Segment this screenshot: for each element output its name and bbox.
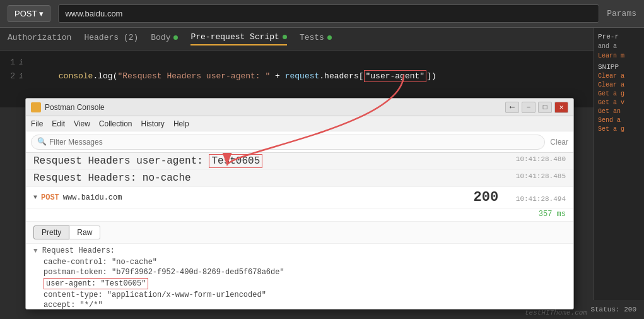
log-text-1: Resquest Headers user-agent: Test0605 bbox=[33, 155, 510, 167]
post-row-left: ▼ POST www.baidu.com bbox=[33, 193, 122, 202]
filter-wrap: 🔍 bbox=[31, 135, 545, 150]
snippets-title: SNIPP bbox=[598, 63, 640, 71]
code-icons: i i bbox=[19, 56, 29, 102]
icon-1: i bbox=[19, 56, 29, 69]
log-time-2: 10:41:28.485 bbox=[510, 172, 566, 180]
watermark: testHIThome.com bbox=[525, 309, 587, 316]
snippet-clear-a[interactable]: Clear a bbox=[598, 73, 640, 80]
snippet-set[interactable]: Set a g bbox=[598, 126, 640, 133]
log-text-2: Resquest Headers: no-cache bbox=[33, 172, 510, 184]
expand-headers-icon[interactable]: ▼ bbox=[33, 247, 38, 255]
method-button[interactable]: POST ▾ bbox=[8, 5, 50, 22]
useragent-header-highlight: user-agent: "Test0605" bbox=[44, 278, 148, 289]
console-body: Resquest Headers user-agent: Test0605 10… bbox=[26, 153, 573, 309]
ms-row: 357 ms bbox=[26, 208, 573, 222]
post-row: ▼ POST www.baidu.com 200 10:41:28.494 bbox=[26, 187, 573, 208]
line-num-1: 1 bbox=[4, 56, 15, 69]
post-row-right: 200 10:41:28.494 bbox=[474, 190, 566, 205]
menu-file[interactable]: File bbox=[31, 119, 43, 128]
line-numbers: 1 2 bbox=[0, 56, 19, 102]
window-maximize-btn[interactable]: □ bbox=[538, 102, 552, 113]
log-time-1: 10:41:28.480 bbox=[510, 155, 566, 163]
method-label: POST bbox=[15, 9, 37, 18]
tab-headers[interactable]: Headers (2) bbox=[84, 33, 138, 45]
tests-dot bbox=[327, 35, 332, 40]
url-input[interactable] bbox=[58, 4, 599, 23]
prerequest-dot bbox=[283, 35, 287, 39]
console-filterbar: 🔍 Clear bbox=[26, 131, 573, 153]
window-close-btn[interactable]: ✕ bbox=[554, 102, 568, 113]
menu-help[interactable]: Help bbox=[173, 119, 189, 128]
tab-bar: Authorization Headers (2) Body Pre-reque… bbox=[0, 28, 644, 51]
status-code: 200 bbox=[474, 190, 499, 205]
body-dot bbox=[173, 35, 178, 40]
tab-tests[interactable]: Tests bbox=[300, 33, 332, 45]
snippet-send[interactable]: Send a bbox=[598, 117, 640, 124]
menu-view[interactable]: View bbox=[74, 119, 90, 128]
code-line-1: console.log("Resquest Headers user-agent… bbox=[29, 56, 644, 97]
header-cache-control: cache-control: "no-cache" bbox=[33, 257, 566, 267]
tab-body[interactable]: Body bbox=[151, 33, 178, 45]
window-back-btn[interactable]: ⟵ bbox=[505, 102, 519, 113]
tab-authorization[interactable]: Authorization bbox=[8, 33, 71, 45]
search-icon: 🔍 bbox=[37, 137, 47, 147]
useragent-highlight: Test0605 bbox=[209, 154, 262, 168]
expand-icon[interactable]: ▼ bbox=[33, 194, 37, 201]
ms-text: 357 ms bbox=[539, 210, 566, 219]
rp-title: Pre-r bbox=[598, 33, 640, 40]
header-user-agent: user-agent: "Test0605" bbox=[33, 277, 566, 290]
post-time: 10:41:28.494 bbox=[510, 195, 566, 203]
right-panel: Pre-r and a Learn m SNIPP Clear a Clear … bbox=[594, 28, 644, 319]
snippet-clear-b[interactable]: Clear a bbox=[598, 81, 640, 88]
console-title: Postman Console bbox=[45, 103, 501, 112]
tab-prerequest[interactable]: Pre-request Script bbox=[190, 32, 286, 45]
rp-learn-link[interactable]: Learn m bbox=[598, 52, 640, 59]
console-app-icon bbox=[31, 102, 41, 112]
log-row-2: Resquest Headers: no-cache 10:41:28.485 bbox=[26, 170, 573, 187]
request-headers-title: ▼ Request Headers: bbox=[33, 246, 566, 255]
window-minimize-btn[interactable]: − bbox=[522, 102, 536, 113]
toggle-bar: Pretty Raw bbox=[26, 222, 573, 244]
post-url: www.baidu.com bbox=[63, 193, 122, 202]
raw-button[interactable]: Raw bbox=[69, 226, 100, 239]
console-menubar: File Edit View Collection History Help bbox=[26, 116, 573, 131]
code-editor[interactable]: console.log("Resquest Headers user-agent… bbox=[29, 56, 644, 102]
rp-desc: and a bbox=[598, 43, 640, 50]
console-titlebar: Postman Console ⟵ − □ ✕ bbox=[26, 99, 573, 116]
snippet-get-g[interactable]: Get a g bbox=[598, 90, 640, 97]
header-postman-token: postman-token: "b79f3962-f952-400d-8269-… bbox=[33, 267, 566, 277]
url-bar: POST ▾ Params bbox=[0, 0, 644, 28]
snippet-get-an[interactable]: Get an bbox=[598, 108, 640, 115]
status-text: Status: 200 bbox=[590, 306, 636, 313]
menu-collection[interactable]: Collection bbox=[99, 119, 132, 128]
header-content-type: content-type: "application/x-www-form-ur… bbox=[33, 290, 566, 300]
clear-button[interactable]: Clear bbox=[550, 138, 568, 147]
line-num-2: 2 bbox=[4, 69, 15, 83]
filter-input[interactable] bbox=[31, 135, 545, 150]
postman-console-window: Postman Console ⟵ − □ ✕ File Edit View C… bbox=[25, 98, 574, 310]
window-controls: ⟵ − □ ✕ bbox=[505, 102, 568, 113]
menu-edit[interactable]: Edit bbox=[52, 119, 65, 128]
icon-2: i bbox=[19, 69, 29, 83]
chevron-down-icon: ▾ bbox=[39, 9, 44, 18]
menu-history[interactable]: History bbox=[141, 119, 165, 128]
request-headers-section: ▼ Request Headers: cache-control: "no-ca… bbox=[26, 244, 573, 310]
snippet-get-v[interactable]: Get a v bbox=[598, 99, 640, 106]
post-method: POST bbox=[41, 193, 59, 202]
log-row-1: Resquest Headers user-agent: Test0605 10… bbox=[26, 153, 573, 170]
pretty-button[interactable]: Pretty bbox=[33, 226, 69, 239]
params-button[interactable]: Params bbox=[607, 9, 636, 18]
header-accept: accept: "*/*" bbox=[33, 300, 566, 310]
